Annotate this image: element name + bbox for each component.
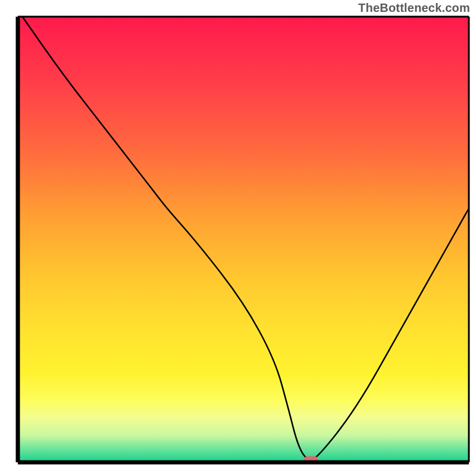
bottleneck-chart <box>0 0 476 476</box>
chart-container: TheBottleneck.com <box>0 0 476 476</box>
plot-area <box>18 17 469 464</box>
plot-background <box>18 17 469 462</box>
